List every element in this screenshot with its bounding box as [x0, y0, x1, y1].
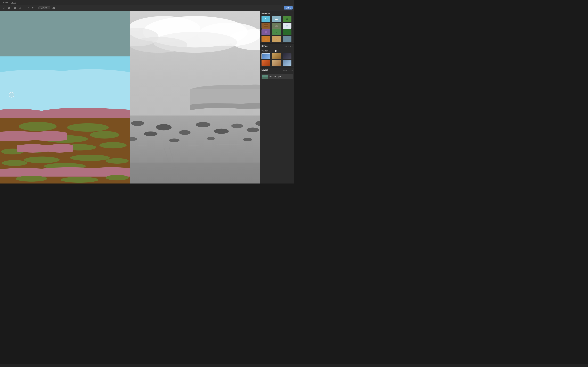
illustration-canvas[interactable]: [0, 11, 130, 184]
styles-title: Styles: [261, 45, 268, 47]
svg-point-48: [246, 128, 259, 132]
svg-rect-9: [0, 11, 130, 56]
svg-rect-6: [52, 7, 53, 9]
titlebar: Canvas BETA: [0, 0, 294, 5]
svg-point-39: [131, 121, 144, 126]
styles-grid: [261, 53, 293, 66]
svg-point-23: [2, 160, 27, 166]
svg-point-24: [106, 158, 129, 164]
svg-point-5: [40, 7, 41, 8]
layers-section: Layers + ADD LAYER New Layer 1: [260, 67, 294, 81]
svg-point-40: [156, 124, 172, 131]
svg-point-41: [196, 122, 210, 127]
svg-rect-60: [287, 20, 287, 21]
layer-visibility-icon-0[interactable]: [269, 75, 272, 78]
svg-point-36: [130, 37, 187, 53]
svg-point-42: [231, 124, 243, 128]
sync-button[interactable]: SYNC: [284, 6, 293, 9]
layer-name-0: New Layer 1: [273, 76, 292, 78]
separator-1: [24, 6, 24, 9]
svg-rect-7: [54, 7, 55, 9]
variation-row: Variation 1: [261, 50, 293, 52]
svg-point-22: [70, 155, 110, 161]
variation-label: Variation 1: [261, 50, 269, 52]
layer-thumbnail-0: [262, 75, 268, 79]
open-button[interactable]: [7, 5, 12, 10]
material-dark-green[interactable]: [283, 29, 291, 35]
svg-point-58: [276, 19, 278, 20]
svg-point-13: [67, 123, 109, 132]
materials-title: Materials: [261, 12, 293, 15]
material-desert[interactable]: [272, 36, 281, 42]
svg-rect-3: [14, 7, 15, 8]
canvas-left[interactable]: [0, 11, 130, 184]
svg-point-12: [19, 122, 56, 131]
material-earth[interactable]: [261, 23, 270, 29]
material-green[interactable]: [272, 29, 281, 35]
layers-header: Layers + ADD LAYER: [261, 69, 293, 73]
svg-point-52: [207, 137, 215, 140]
svg-rect-37: [190, 89, 260, 105]
style-item-3[interactable]: [283, 53, 291, 59]
svg-point-28: [106, 175, 129, 180]
style-item-1[interactable]: [261, 53, 270, 59]
separator-2: [37, 6, 37, 9]
canvas-area[interactable]: [0, 11, 260, 184]
svg-point-62: [287, 25, 287, 26]
zoom-control[interactable]: 102%: [38, 6, 50, 9]
svg-marker-59: [286, 18, 288, 20]
svg-point-27: [61, 177, 98, 183]
svg-point-47: [214, 129, 229, 134]
photo-canvas: [130, 11, 260, 184]
main-content: Materials: [0, 11, 294, 184]
material-sky[interactable]: [261, 16, 270, 22]
svg-point-55: [265, 18, 266, 19]
export-button[interactable]: [18, 5, 22, 10]
app-title: Canvas: [2, 1, 8, 3]
style-item-2[interactable]: [272, 53, 281, 59]
materials-grid: [261, 16, 293, 42]
new-style-button[interactable]: NEW STYLE: [284, 46, 293, 48]
material-rock[interactable]: [272, 23, 281, 29]
variation-slider[interactable]: [270, 51, 293, 51]
svg-point-19: [99, 142, 127, 148]
svg-point-45: [144, 132, 157, 136]
zoom-value: 102%: [42, 7, 47, 9]
style-item-5[interactable]: [272, 60, 281, 66]
material-cloud[interactable]: [272, 16, 281, 22]
svg-point-21: [24, 157, 60, 163]
save-button[interactable]: [12, 5, 17, 10]
style-item-6[interactable]: [283, 60, 291, 66]
undo-button[interactable]: [25, 5, 30, 10]
svg-point-46: [179, 130, 190, 135]
material-orange[interactable]: [261, 36, 270, 42]
beta-badge: BETA: [11, 1, 16, 4]
new-doc-button[interactable]: [1, 5, 6, 10]
svg-point-63: [265, 31, 267, 33]
svg-point-26: [16, 176, 47, 182]
redo-button[interactable]: [31, 5, 35, 10]
toolbar: 102% SYNC: [0, 5, 294, 11]
right-panel: Materials: [260, 11, 294, 184]
svg-point-14: [90, 131, 119, 138]
material-purple[interactable]: [261, 29, 270, 35]
styles-section: Styles NEW STYLE Variation 1: [260, 43, 294, 67]
material-snow[interactable]: [283, 23, 291, 29]
svg-rect-4: [14, 8, 15, 8]
canvas-right[interactable]: [130, 11, 260, 184]
svg-rect-1: [4, 7, 4, 7]
svg-point-66: [270, 76, 271, 77]
add-layer-button[interactable]: + ADD LAYER: [283, 70, 293, 72]
svg-point-51: [169, 138, 180, 142]
styles-header: Styles NEW STYLE: [261, 45, 293, 49]
layers-title: Layers: [261, 69, 268, 71]
slider-thumb: [275, 50, 277, 52]
view-toggle-button[interactable]: [51, 5, 56, 10]
layer-item-0[interactable]: New Layer 1: [261, 74, 293, 79]
style-item-4[interactable]: [261, 60, 270, 66]
svg-rect-54: [130, 163, 260, 184]
materials-section: Materials: [260, 11, 294, 43]
svg-point-53: [243, 138, 252, 141]
material-tree[interactable]: [283, 16, 291, 22]
material-sparkle[interactable]: [283, 36, 291, 42]
